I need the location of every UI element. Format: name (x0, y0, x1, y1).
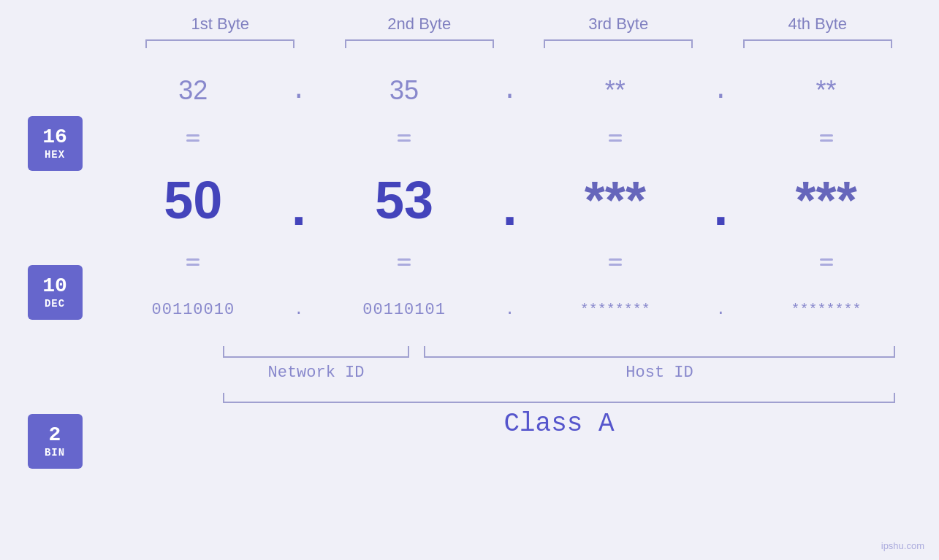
dec-b4-cell: *** (735, 170, 917, 230)
bin-badge: 2 BIN (28, 414, 83, 469)
dec-b3-value: *** (585, 170, 646, 230)
bin-dot-1: . (294, 301, 303, 319)
eq-line-7a (609, 258, 622, 261)
bin-b1-value: 00110010 (152, 301, 235, 319)
eq-line-2b (398, 139, 411, 142)
equals-row-2 (102, 244, 917, 280)
hex-b2-cell: 35 (313, 75, 495, 106)
byte3-header: 3rd Byte (519, 15, 718, 39)
byte4-header: 4th Byte (718, 15, 918, 39)
hex-b2-value: 35 (389, 75, 419, 106)
dec-base-label: DEC (45, 298, 65, 310)
bottom-section: Network ID Host ID (223, 346, 895, 382)
bracket-cell-3 (519, 39, 718, 54)
bracket-2 (345, 39, 494, 48)
hex-base-num: 16 (42, 126, 67, 149)
bottom-labels: Network ID Host ID (223, 364, 895, 382)
hex-b3-cell: ** (525, 75, 707, 106)
eq-line-4a (820, 134, 833, 137)
eq-sym-3 (609, 134, 622, 142)
hex-b1-cell: 32 (102, 75, 284, 106)
eq1-b1 (102, 134, 284, 142)
eq-line-3a (609, 134, 622, 137)
dec-dot-1: . (283, 163, 314, 237)
hex-sep3: . (706, 76, 735, 106)
dec-b3-cell: *** (525, 170, 707, 230)
bracket-4 (743, 39, 892, 48)
bin-b2-value: 00110101 (362, 301, 446, 319)
bin-sep1: . (284, 301, 313, 319)
bottom-brackets (223, 346, 895, 358)
dec-b2-value: 53 (375, 170, 433, 230)
class-bracket (223, 393, 895, 403)
eq-sym-4 (820, 134, 833, 142)
dec-sep1: . (284, 163, 313, 237)
bracket-1 (145, 39, 294, 48)
hex-badge: 16 HEX (28, 116, 83, 171)
eq-line-7b (609, 264, 622, 266)
class-section: Class A (223, 393, 895, 439)
bin-dot-2: . (505, 301, 514, 319)
dec-dot-2: . (494, 163, 525, 237)
host-id-label: Host ID (424, 364, 895, 382)
bin-b1-cell: 00110010 (102, 301, 284, 319)
bin-sep3: . (706, 301, 735, 319)
network-bracket (223, 346, 409, 358)
network-id-label: Network ID (223, 364, 409, 382)
hex-dot-1: . (291, 76, 307, 106)
bin-b4-value: ******** (791, 302, 862, 318)
dec-b1-cell: 50 (102, 170, 284, 230)
hex-base-label: HEX (45, 149, 65, 161)
eq-sym-8 (820, 258, 833, 266)
dec-b2-cell: 53 (313, 170, 495, 230)
eq-sym-2 (398, 134, 411, 142)
bracket-cell-4 (718, 39, 918, 54)
dec-badge: 10 DEC (28, 265, 83, 320)
eq1-b3 (525, 134, 707, 142)
byte2-header: 2nd Byte (320, 15, 520, 39)
bin-b3-cell: ******** (525, 302, 707, 318)
hex-sep1: . (284, 76, 313, 106)
hex-b3-value: ** (605, 75, 626, 106)
byte1-header: 1st Byte (121, 15, 320, 39)
hex-b4-value: ** (816, 75, 837, 106)
labels-column: 16 HEX 10 DEC 2 BIN (0, 61, 102, 560)
eq-line-1b (186, 139, 199, 142)
bin-b4-cell: ******** (735, 302, 917, 318)
eq-line-3b (609, 139, 622, 142)
bin-base-label: BIN (45, 447, 65, 459)
eq-line-8a (820, 258, 833, 261)
eq-line-4b (820, 139, 833, 142)
host-bracket (424, 346, 895, 358)
eq2-b1 (102, 258, 284, 266)
top-brackets (121, 39, 917, 54)
eq-sym-5 (186, 258, 199, 266)
dec-dot-3: . (705, 163, 737, 237)
eq-line-5b (186, 264, 199, 266)
bin-b3-value: ******** (580, 302, 650, 318)
eq-sym-1 (186, 134, 199, 142)
content-area: 16 HEX 10 DEC 2 BIN 32 . (0, 61, 939, 560)
equals-row-1 (102, 120, 917, 156)
main-container: 1st Byte 2nd Byte 3rd Byte 4th Byte 16 H… (0, 0, 939, 560)
hex-sep2: . (495, 76, 525, 106)
bin-row: 00110010 . 00110101 . ******** . (102, 280, 917, 339)
hex-b4-cell: ** (735, 75, 917, 106)
eq-sym-7 (609, 258, 622, 266)
bracket-3 (544, 39, 693, 48)
dec-base-num: 10 (42, 275, 67, 298)
eq1-b2 (313, 134, 495, 142)
rows-area: 32 . 35 . ** . ** (102, 61, 939, 560)
bracket-cell-2 (320, 39, 520, 54)
eq-line-6a (398, 258, 411, 261)
eq2-b3 (525, 258, 707, 266)
watermark: ipshu.com (881, 540, 924, 551)
eq2-b4 (735, 258, 917, 266)
hex-dot-2: . (502, 76, 518, 106)
eq-line-6b (398, 264, 411, 266)
dec-b1-value: 50 (164, 170, 222, 230)
dec-b4-value: *** (796, 170, 857, 230)
class-label: Class A (223, 409, 895, 439)
dec-sep3: . (706, 163, 735, 237)
byte-headers: 1st Byte 2nd Byte 3rd Byte 4th Byte (121, 15, 917, 39)
